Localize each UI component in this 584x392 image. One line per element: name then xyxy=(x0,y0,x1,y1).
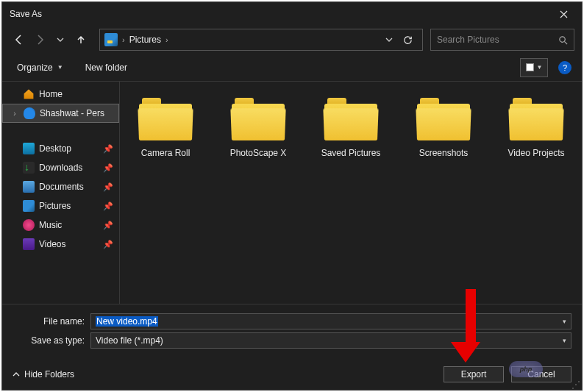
sidebar-item-pictures[interactable]: Pictures 📌 xyxy=(2,196,119,215)
onedrive-icon xyxy=(24,107,35,119)
downloads-icon xyxy=(23,162,35,174)
sidebar-item-documents[interactable]: Documents 📌 xyxy=(2,177,119,196)
refresh-button[interactable] xyxy=(397,29,418,50)
titlebar: Save As xyxy=(2,2,582,26)
pictures-icon xyxy=(104,33,118,46)
folder-view[interactable]: Camera Roll PhotoScape X Saved Pictures … xyxy=(120,82,582,304)
watermark-badge: php xyxy=(509,361,543,377)
folder-icon xyxy=(324,98,377,140)
savetype-select[interactable]: Video file (*.mp4) ▾ xyxy=(90,332,571,349)
savetype-label: Save as type: xyxy=(13,335,90,346)
search-input[interactable] xyxy=(437,35,558,45)
chevron-down-icon[interactable]: ▾ xyxy=(563,337,566,344)
breadcrumb-separator: › xyxy=(122,35,125,44)
chevron-up-icon xyxy=(13,371,20,378)
pin-icon: 📌 xyxy=(103,182,113,192)
save-as-dialog: Save As › Pictures › xyxy=(1,1,583,391)
up-button[interactable] xyxy=(71,30,90,49)
expand-icon[interactable]: › xyxy=(10,110,19,118)
folder-icon xyxy=(232,98,285,140)
export-button[interactable]: Export xyxy=(444,366,504,382)
folder-item[interactable]: Screenshots xyxy=(413,98,474,160)
sidebar-item-personal[interactable]: › Shashwat - Pers xyxy=(2,104,119,123)
chevron-down-icon: ▼ xyxy=(537,64,543,71)
folder-item[interactable]: Camera Roll xyxy=(135,98,196,160)
filename-input[interactable]: New video.mp4 ▾ xyxy=(90,313,571,329)
music-icon xyxy=(23,219,35,231)
sidebar-item-music[interactable]: Music 📌 xyxy=(2,215,119,235)
new-folder-button[interactable]: New folder xyxy=(81,60,132,76)
folder-item[interactable]: Saved Pictures xyxy=(320,98,382,160)
pin-icon: 📌 xyxy=(103,163,113,173)
pin-icon: 📌 xyxy=(103,240,113,249)
bottom-panel: File name: New video.mp4 ▾ Save as type:… xyxy=(2,304,582,390)
pictures-icon xyxy=(23,200,35,212)
hide-folders-button[interactable]: Hide Folders xyxy=(13,369,74,379)
breadcrumb-separator: › xyxy=(165,35,168,44)
resize-grip[interactable]: ⋰ xyxy=(571,382,579,387)
pin-icon: 📌 xyxy=(103,202,113,211)
search-icon[interactable] xyxy=(558,35,568,45)
folder-item[interactable]: PhotoScape X xyxy=(227,98,289,160)
view-icon xyxy=(526,63,534,71)
toolbar: Organize ▼ New folder ▼ ? xyxy=(2,54,582,82)
navigation-tree: Home › Shashwat - Pers Desktop 📌 Downloa… xyxy=(2,82,120,304)
documents-icon xyxy=(23,181,35,193)
navigation-bar: › Pictures › xyxy=(2,26,582,54)
videos-icon xyxy=(23,238,35,250)
desktop-icon xyxy=(23,143,35,154)
folder-icon xyxy=(417,98,470,140)
folder-icon xyxy=(139,98,192,140)
help-button[interactable]: ? xyxy=(558,61,571,74)
sidebar-item-downloads[interactable]: Downloads 📌 xyxy=(2,158,119,177)
folder-icon xyxy=(510,98,563,140)
folder-grid: Camera Roll PhotoScape X Saved Pictures … xyxy=(135,98,567,160)
recent-dropdown[interactable] xyxy=(51,30,70,49)
filename-label: File name: xyxy=(13,316,90,327)
close-button[interactable] xyxy=(552,3,574,25)
back-button[interactable] xyxy=(10,30,29,49)
chevron-down-icon[interactable]: ▾ xyxy=(563,318,566,325)
forward-button[interactable] xyxy=(30,30,49,49)
chevron-down-icon: ▼ xyxy=(57,64,63,71)
search-box[interactable] xyxy=(430,29,574,51)
chevron-down-icon[interactable] xyxy=(385,36,393,43)
home-icon xyxy=(23,88,35,100)
organize-button[interactable]: Organize ▼ xyxy=(13,60,68,76)
svg-point-0 xyxy=(560,36,565,41)
address-bar[interactable]: › Pictures › xyxy=(99,29,423,51)
view-options-button[interactable]: ▼ xyxy=(520,58,548,77)
body-area: Home › Shashwat - Pers Desktop 📌 Downloa… xyxy=(2,82,582,304)
pin-icon: 📌 xyxy=(103,144,113,154)
folder-item[interactable]: Video Projects xyxy=(505,98,567,160)
sidebar-item-home[interactable]: Home xyxy=(2,85,119,104)
sidebar-item-videos[interactable]: Videos 📌 xyxy=(2,235,119,254)
pin-icon: 📌 xyxy=(103,221,113,230)
window-title: Save As xyxy=(10,9,552,19)
sidebar-item-desktop[interactable]: Desktop 📌 xyxy=(2,139,119,158)
breadcrumb-location[interactable]: Pictures xyxy=(129,35,161,45)
